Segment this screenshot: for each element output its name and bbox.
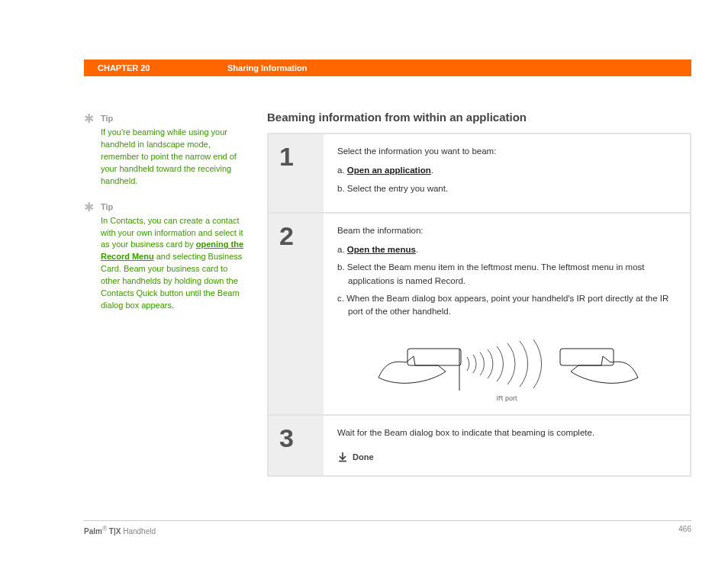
- open-menus-link[interactable]: Open the menus: [347, 245, 416, 254]
- brand-rest: Handheld: [121, 527, 156, 536]
- chapter-title: Sharing Information: [227, 63, 308, 72]
- done-row: Done: [337, 451, 676, 464]
- sub-key: b.: [337, 184, 345, 193]
- sidebar-tips: ✱ Tip If you're beaming while using your…: [84, 113, 244, 326]
- tip-block: ✱ Tip If you're beaming while using your…: [84, 113, 244, 188]
- asterisk-icon: ✱: [84, 113, 95, 188]
- step-intro: Select the information you want to beam:: [337, 145, 676, 158]
- footer-brand: Palm® T|X Handheld: [84, 525, 156, 536]
- page-footer: Palm® T|X Handheld 466: [84, 520, 691, 536]
- svg-rect-2: [560, 349, 614, 365]
- sub-item: a. Open the menus.: [337, 243, 676, 256]
- sub-item: b. Select the entry you want.: [337, 182, 676, 195]
- step: 2 Beam the information: a. Open the menu…: [269, 214, 690, 417]
- ir-beam-illustration: IR port: [369, 326, 644, 402]
- tip-text: If you're beaming while using your handh…: [101, 127, 237, 185]
- step-intro: Wait for the Beam dialog box to indicate…: [337, 426, 676, 439]
- svg-rect-0: [407, 349, 461, 365]
- sub-key: a.: [337, 166, 345, 175]
- section-heading: Beaming information from within an appli…: [267, 111, 691, 124]
- brand-model: T|X: [107, 527, 121, 536]
- sub-item: a. Open an application.: [337, 164, 676, 177]
- tip-label: Tip: [101, 201, 244, 214]
- brand-name: Palm: [84, 527, 102, 536]
- step-body: Beam the information: a. Open the menus.…: [324, 214, 690, 415]
- steps-container: 1 Select the information you want to bea…: [267, 133, 691, 477]
- tip-body: Tip If you're beaming while using your h…: [101, 113, 244, 188]
- sub-key: b.: [337, 262, 345, 272]
- page-number: 466: [678, 525, 691, 536]
- sub-item: c. When the Beam dialog box appears, poi…: [337, 292, 676, 319]
- step: 3 Wait for the Beam dialog box to indica…: [269, 416, 690, 475]
- sub-text: When the Beam dialog box appears, point …: [346, 294, 668, 316]
- chapter-header: CHAPTER 20 Sharing Information: [84, 60, 691, 76]
- step-number: 1: [269, 134, 324, 212]
- sub-text: Select the entry you want.: [347, 184, 448, 193]
- step-number: 3: [269, 416, 324, 475]
- step-intro: Beam the information:: [337, 224, 676, 237]
- step: 1 Select the information you want to bea…: [269, 134, 690, 214]
- step-number: 2: [269, 214, 324, 415]
- step-body: Wait for the Beam dialog box to indicate…: [324, 416, 690, 475]
- step-body: Select the information you want to beam:…: [324, 134, 690, 212]
- sub-after: .: [416, 245, 418, 254]
- content-area: ✱ Tip If you're beaming while using your…: [84, 111, 691, 517]
- sub-item: b. Select the Beam menu item in the left…: [337, 261, 676, 288]
- tip-block: ✱ Tip In Contacts, you can create a cont…: [84, 201, 244, 312]
- done-label: Done: [353, 451, 374, 464]
- tip-body: Tip In Contacts, you can create a contac…: [101, 201, 244, 312]
- chapter-number: CHAPTER 20: [98, 63, 227, 72]
- sub-after: .: [431, 166, 433, 175]
- page: CHAPTER 20 Sharing Information ✱ Tip If …: [0, 0, 728, 563]
- done-arrow-icon: [337, 452, 348, 462]
- sub-key: c.: [337, 294, 344, 303]
- sub-key: a.: [337, 245, 345, 254]
- asterisk-icon: ✱: [84, 201, 95, 312]
- sub-text: Select the Beam menu item in the leftmos…: [347, 262, 645, 285]
- tip-text: In Contacts, you can create a contact wi…: [101, 216, 243, 310]
- tip-label: Tip: [101, 113, 244, 125]
- ir-beam-svg: [369, 326, 644, 402]
- open-application-link[interactable]: Open an application: [347, 166, 431, 175]
- main-column: Beaming information from within an appli…: [267, 111, 691, 477]
- ir-port-label: IR port: [496, 394, 517, 404]
